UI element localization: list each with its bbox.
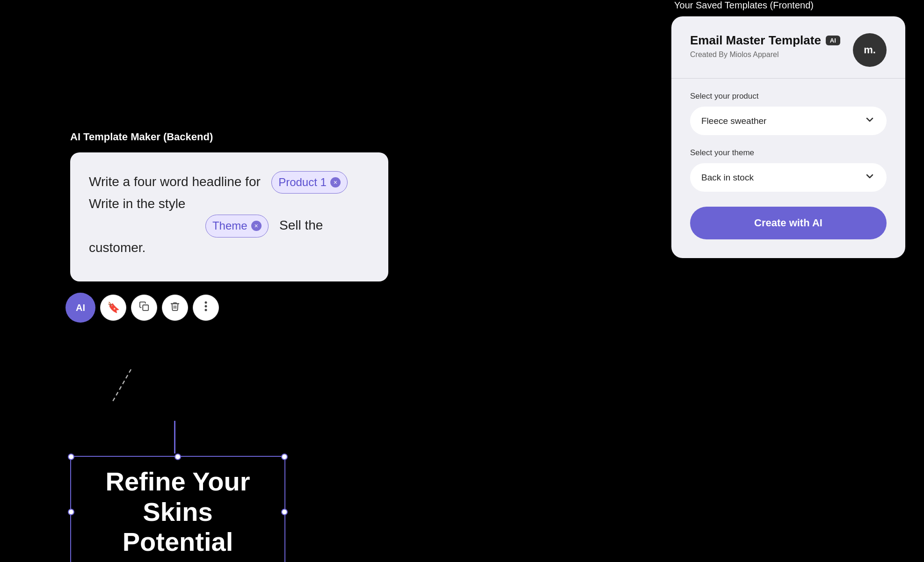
backend-label: AI Template Maker (Backend): [70, 131, 388, 143]
handle-top-right[interactable]: [281, 454, 288, 460]
avatar: m.: [853, 33, 887, 67]
product-value: Fleece sweather: [701, 116, 766, 126]
handle-top-left[interactable]: [68, 454, 74, 460]
theme-tag-remove[interactable]: ×: [251, 221, 262, 231]
divider: [671, 78, 905, 79]
frontend-section: Your Saved Templates (Frontend) Email Ma…: [671, 0, 905, 258]
text-before: Write a four word headline for: [89, 174, 261, 189]
theme-dropdown[interactable]: Back in stock: [690, 163, 887, 192]
more-button[interactable]: [193, 295, 219, 321]
text-spacer: [89, 218, 202, 232]
backend-section: AI Template Maker (Backend) Write a four…: [70, 131, 388, 323]
selected-text: Refine Your Skins Potential: [71, 467, 284, 557]
product-chevron-icon: [864, 114, 875, 128]
svg-line-4: [112, 369, 131, 402]
frontend-title-wrap: Email Master Template AI Created By Miol…: [690, 33, 840, 59]
template-card-text: Write a four word headline for Product 1…: [89, 171, 370, 258]
dashed-connector: [103, 365, 140, 411]
product-dropdown[interactable]: Fleece sweather: [690, 107, 887, 135]
frontend-card-subtitle: Created By Miolos Apparel: [690, 50, 840, 59]
trash-icon: [170, 301, 180, 314]
frontend-card-title: Email Master Template AI: [690, 33, 840, 48]
copy-icon: [139, 301, 149, 314]
theme-chevron-icon: [864, 171, 875, 184]
template-card: Write a four word headline for Product 1…: [70, 152, 388, 281]
selected-textbox-container: Refine Your Skins Potential: [70, 456, 285, 562]
frontend-card: Email Master Template AI Created By Miol…: [671, 16, 905, 258]
svg-point-1: [205, 302, 207, 304]
theme-value: Back in stock: [701, 173, 754, 183]
frontend-label: Your Saved Templates (Frontend): [671, 0, 905, 11]
svg-point-2: [205, 305, 207, 308]
svg-rect-0: [143, 305, 148, 311]
bookmark-icon: 🔖: [107, 302, 120, 314]
create-with-ai-button[interactable]: Create with AI: [690, 207, 887, 239]
theme-tag[interactable]: Theme ×: [205, 215, 269, 237]
product-tag-remove[interactable]: ×: [330, 177, 341, 187]
handle-mid-left[interactable]: [68, 509, 74, 515]
ai-badge: AI: [826, 36, 840, 45]
more-icon: [204, 301, 207, 314]
product-tag[interactable]: Product 1 ×: [271, 171, 348, 194]
handle-mid-right[interactable]: [281, 509, 288, 515]
frontend-card-header: Email Master Template AI Created By Miol…: [690, 33, 887, 67]
svg-point-3: [205, 309, 207, 311]
selected-textbox[interactable]: Refine Your Skins Potential: [70, 456, 285, 562]
delete-button[interactable]: [162, 295, 188, 321]
text-middle: Write in the style: [89, 196, 185, 211]
vertical-connector: [174, 421, 175, 454]
copy-button[interactable]: [131, 295, 157, 321]
product-field-label: Select your product: [690, 92, 887, 101]
bookmark-button[interactable]: 🔖: [100, 295, 126, 321]
theme-field-label: Select your theme: [690, 148, 887, 158]
ai-button[interactable]: AI: [65, 293, 95, 323]
handle-top-mid[interactable]: [175, 454, 181, 460]
toolbar: AI 🔖: [65, 293, 388, 323]
